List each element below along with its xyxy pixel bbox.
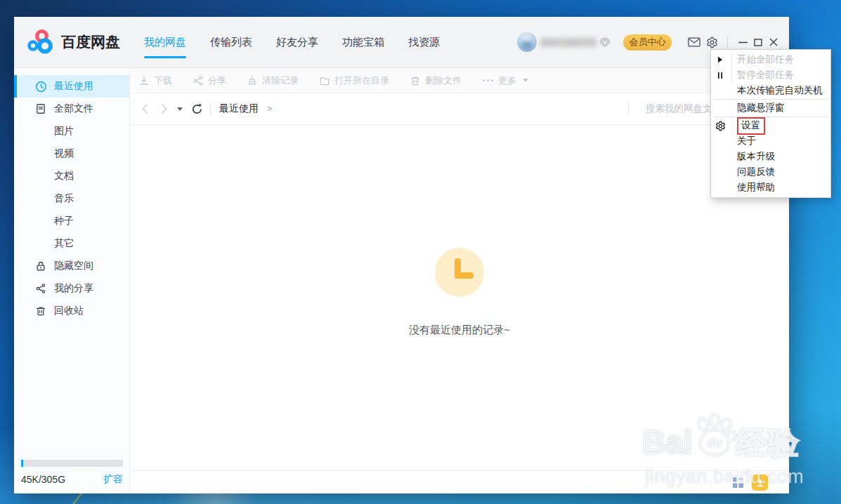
play-icon-cell bbox=[711, 56, 729, 63]
titlebar-divider bbox=[727, 37, 728, 48]
chevron-down-icon bbox=[523, 79, 528, 82]
pause-icon bbox=[717, 72, 723, 79]
settings-gear-icon[interactable] bbox=[706, 37, 718, 48]
menu-item-label: 使用帮助 bbox=[737, 181, 775, 194]
menu-item-3[interactable]: 本次传输完自动关机 bbox=[711, 83, 830, 98]
toolbar-button-4[interactable]: 打开所在目录 bbox=[319, 74, 389, 87]
sidebar-item-5[interactable]: 文档 bbox=[14, 165, 129, 187]
toolbar-button-label: 删除文件 bbox=[425, 74, 462, 87]
sidebar-item-label: 我的分享 bbox=[54, 282, 93, 295]
menu-item-label: 设置 bbox=[737, 117, 765, 135]
expand-storage-link[interactable]: 扩容 bbox=[103, 473, 123, 486]
history-dropdown-caret[interactable] bbox=[177, 107, 183, 111]
toolbar-button-label: 打开所在目录 bbox=[334, 74, 389, 87]
member-center-button[interactable]: 会员中心 bbox=[623, 34, 672, 51]
nav-tab-2[interactable]: 传输列表 bbox=[210, 17, 252, 68]
storage-section: 45K/305G 扩容 bbox=[21, 460, 123, 486]
trash-icon bbox=[35, 305, 46, 317]
toolbar-button-label: 更多 bbox=[498, 74, 516, 87]
play-icon bbox=[717, 56, 723, 63]
search-box[interactable]: 搜索我的网盘文件 bbox=[628, 93, 722, 124]
sidebar-item-10[interactable]: 我的分享 bbox=[14, 277, 129, 300]
forward-button[interactable] bbox=[161, 103, 168, 114]
toolbar-button-5[interactable]: 删除文件 bbox=[410, 74, 462, 87]
bottom-bar bbox=[130, 470, 789, 493]
username-blurred bbox=[540, 38, 596, 47]
storage-usage: 45K/305G bbox=[21, 474, 65, 485]
clock-icon bbox=[35, 81, 46, 92]
vip-badge-icon: V bbox=[599, 37, 611, 48]
gear-icon bbox=[715, 121, 726, 131]
menu-item-7[interactable]: 设置 bbox=[711, 118, 830, 133]
toolbar-button-1[interactable]: 下载 bbox=[138, 74, 172, 87]
sidebar-item-7[interactable]: 种子 bbox=[14, 210, 129, 232]
refresh-button[interactable] bbox=[191, 103, 203, 115]
folder-icon bbox=[319, 75, 330, 86]
sidebar-item-6[interactable]: 音乐 bbox=[14, 187, 129, 210]
sidebar-item-3[interactable]: 图片 bbox=[14, 120, 129, 142]
lock-icon bbox=[35, 260, 46, 272]
app-logo: 百度网盘 bbox=[27, 29, 120, 55]
view-grid-icon[interactable] bbox=[731, 476, 745, 489]
sidebar-item-label: 种子 bbox=[54, 215, 74, 227]
menu-item-label: 问题反馈 bbox=[737, 166, 775, 178]
nav-tab-1[interactable]: 我的网盘 bbox=[144, 17, 186, 68]
nav-tab-label: 好友分享 bbox=[276, 36, 318, 49]
sidebar-item-9[interactable]: 隐藏空间 bbox=[14, 255, 129, 277]
app-title: 百度网盘 bbox=[61, 32, 120, 52]
sidebar-item-label: 全部文件 bbox=[54, 102, 93, 115]
sidebar-item-label: 图片 bbox=[54, 125, 74, 138]
menu-items: 开始全部任务暂停全部任务本次传输完自动关机隐藏悬浮窗设置关于版本升级问题反馈使用… bbox=[711, 52, 830, 195]
sidebar-item-label: 音乐 bbox=[54, 192, 74, 205]
maximize-button[interactable] bbox=[753, 37, 763, 47]
nav-tab-3[interactable]: 好友分享 bbox=[276, 17, 318, 68]
sidebar-item-8[interactable]: 其它 bbox=[14, 232, 129, 255]
toolbar-button-6[interactable]: 更多 bbox=[482, 74, 528, 87]
share-icon bbox=[193, 75, 204, 86]
sidebar-item-4[interactable]: 视频 bbox=[14, 142, 129, 165]
menu-item-10[interactable]: 问题反馈 bbox=[711, 164, 830, 180]
settings-context-menu: 开始全部任务暂停全部任务本次传输完自动关机隐藏悬浮窗设置关于版本升级问题反馈使用… bbox=[710, 49, 831, 198]
menu-item-5[interactable]: 隐藏悬浮窗 bbox=[711, 100, 830, 116]
search-divider bbox=[628, 102, 629, 116]
file-list-area: 没有最近使用的记录~ bbox=[130, 125, 789, 470]
toolbar-button-2[interactable]: 分享 bbox=[193, 74, 226, 87]
upload-icon[interactable] bbox=[752, 475, 768, 491]
minimize-button[interactable] bbox=[738, 37, 748, 47]
nav-tab-label: 找资源 bbox=[408, 36, 440, 49]
more-icon bbox=[482, 79, 494, 82]
back-button[interactable] bbox=[141, 103, 148, 114]
sidebar-item-1[interactable]: 最近使用 bbox=[14, 75, 129, 98]
sidebar-items: 最近使用全部文件图片视频文档音乐种子其它隐藏空间我的分享回收站 bbox=[14, 75, 129, 322]
menu-divider bbox=[714, 99, 828, 100]
nav-tab-label: 传输列表 bbox=[210, 36, 252, 49]
menu-item-label: 版本升级 bbox=[737, 150, 775, 163]
avatar[interactable] bbox=[517, 32, 537, 52]
nav-tab-label: 功能宝箱 bbox=[342, 36, 384, 49]
toolbar-button-label: 清除记录 bbox=[262, 74, 299, 87]
toolbar-button-3[interactable]: 清除记录 bbox=[247, 74, 299, 87]
close-button[interactable] bbox=[769, 37, 778, 47]
gear-icon-cell bbox=[711, 121, 729, 131]
sidebar-item-11[interactable]: 回收站 bbox=[14, 300, 129, 322]
nav-tab-4[interactable]: 功能宝箱 bbox=[342, 17, 384, 68]
sidebar-item-label: 文档 bbox=[54, 170, 74, 183]
toolbar: 下载分享清除记录打开所在目录删除文件更多 bbox=[130, 68, 789, 93]
menu-item-11[interactable]: 使用帮助 bbox=[711, 180, 830, 195]
clear-icon bbox=[247, 75, 258, 86]
menu-item-2[interactable]: 暂停全部任务 bbox=[711, 67, 830, 83]
main-nav: 我的网盘传输列表好友分享功能宝箱找资源 bbox=[144, 17, 440, 68]
menu-item-9[interactable]: 版本升级 bbox=[711, 149, 830, 164]
breadcrumb-current[interactable]: 最近使用 bbox=[219, 102, 259, 115]
menu-divider bbox=[714, 117, 828, 117]
nav-tab-5[interactable]: 找资源 bbox=[408, 17, 440, 68]
pause-icon-cell bbox=[711, 72, 729, 79]
sidebar-item-label: 回收站 bbox=[54, 305, 84, 317]
mail-icon[interactable] bbox=[688, 37, 700, 47]
menu-item-1[interactable]: 开始全部任务 bbox=[711, 52, 830, 67]
main-area: 下载分享清除记录打开所在目录删除文件更多 最近使用 > 搜索我的网盘文件 bbox=[130, 68, 789, 493]
toolbar-button-label: 下载 bbox=[154, 74, 172, 87]
breadcrumb-chevron: > bbox=[267, 104, 272, 114]
sidebar-item-2[interactable]: 全部文件 bbox=[14, 98, 129, 120]
menu-item-8[interactable]: 关于 bbox=[711, 133, 830, 149]
